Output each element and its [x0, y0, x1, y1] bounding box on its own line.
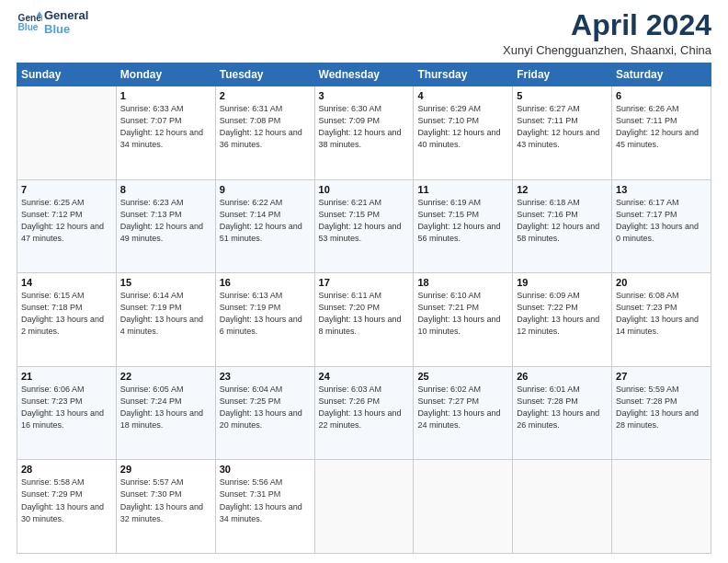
calendar-cell: 11Sunrise: 6:19 AMSunset: 7:15 PMDayligh…	[414, 179, 513, 273]
calendar-cell: 14Sunrise: 6:15 AMSunset: 7:18 PMDayligh…	[17, 273, 117, 367]
day-number: 19	[517, 277, 608, 288]
day-info: Sunrise: 6:21 AMSunset: 7:15 PMDaylight:…	[319, 197, 410, 245]
day-number: 7	[21, 184, 112, 195]
location: Xunyi Chengguanzhen, Shaanxi, China	[503, 43, 711, 57]
day-number: 29	[120, 464, 211, 475]
day-info: Sunrise: 6:04 AMSunset: 7:25 PMDaylight:…	[220, 384, 311, 431]
col-header-tuesday: Tuesday	[215, 63, 314, 86]
calendar-cell: 18Sunrise: 6:10 AMSunset: 7:21 PMDayligh…	[414, 273, 513, 367]
calendar-cell: 9Sunrise: 6:22 AMSunset: 7:14 PMDaylight…	[215, 179, 314, 273]
day-number: 14	[21, 277, 112, 288]
day-number: 2	[220, 90, 311, 101]
day-info: Sunrise: 6:17 AMSunset: 7:17 PMDaylight:…	[616, 197, 707, 245]
day-info: Sunrise: 6:10 AMSunset: 7:21 PMDaylight:…	[417, 290, 508, 338]
logo-icon: General Blue	[17, 10, 42, 36]
calendar-cell: 28Sunrise: 5:58 AMSunset: 7:29 PMDayligh…	[17, 460, 117, 554]
day-info: Sunrise: 6:06 AMSunset: 7:23 PMDaylight:…	[21, 384, 112, 431]
day-info: Sunrise: 6:29 AMSunset: 7:10 PMDaylight:…	[417, 103, 508, 151]
day-number: 1	[120, 90, 211, 101]
day-info: Sunrise: 6:25 AMSunset: 7:12 PMDaylight:…	[21, 197, 112, 245]
calendar-cell: 2Sunrise: 6:31 AMSunset: 7:08 PMDaylight…	[215, 86, 314, 180]
day-info: Sunrise: 6:09 AMSunset: 7:22 PMDaylight:…	[517, 290, 608, 338]
calendar-cell: 26Sunrise: 6:01 AMSunset: 7:28 PMDayligh…	[513, 366, 612, 460]
day-number: 30	[220, 464, 311, 475]
calendar-cell: 16Sunrise: 6:13 AMSunset: 7:19 PMDayligh…	[215, 273, 314, 367]
calendar-cell: 22Sunrise: 6:05 AMSunset: 7:24 PMDayligh…	[116, 366, 215, 460]
day-info: Sunrise: 6:13 AMSunset: 7:19 PMDaylight:…	[220, 290, 311, 338]
col-header-friday: Friday	[513, 63, 612, 86]
day-number: 9	[220, 184, 311, 195]
day-number: 24	[319, 371, 410, 382]
day-info: Sunrise: 6:33 AMSunset: 7:07 PMDaylight:…	[120, 103, 211, 151]
day-number: 10	[319, 184, 410, 195]
col-header-thursday: Thursday	[414, 63, 513, 86]
day-number: 17	[319, 277, 410, 288]
calendar-cell: 29Sunrise: 5:57 AMSunset: 7:30 PMDayligh…	[116, 460, 215, 554]
calendar-cell: 15Sunrise: 6:14 AMSunset: 7:19 PMDayligh…	[116, 273, 215, 367]
day-number: 21	[21, 371, 112, 382]
day-info: Sunrise: 6:18 AMSunset: 7:16 PMDaylight:…	[517, 197, 608, 245]
calendar-cell: 30Sunrise: 5:56 AMSunset: 7:31 PMDayligh…	[215, 460, 314, 554]
calendar-cell: 17Sunrise: 6:11 AMSunset: 7:20 PMDayligh…	[314, 273, 414, 367]
calendar-cell	[17, 86, 117, 180]
day-info: Sunrise: 5:59 AMSunset: 7:28 PMDaylight:…	[616, 384, 707, 431]
calendar-cell: 10Sunrise: 6:21 AMSunset: 7:15 PMDayligh…	[314, 179, 414, 273]
day-number: 12	[517, 184, 608, 195]
calendar-cell: 19Sunrise: 6:09 AMSunset: 7:22 PMDayligh…	[513, 273, 612, 367]
day-number: 27	[616, 371, 707, 382]
col-header-wednesday: Wednesday	[314, 63, 414, 86]
day-number: 20	[616, 277, 707, 288]
calendar-cell: 27Sunrise: 5:59 AMSunset: 7:28 PMDayligh…	[612, 366, 711, 460]
day-info: Sunrise: 6:08 AMSunset: 7:23 PMDaylight:…	[616, 290, 707, 338]
calendar-table: SundayMondayTuesdayWednesdayThursdayFrid…	[17, 63, 711, 554]
calendar-cell: 25Sunrise: 6:02 AMSunset: 7:27 PMDayligh…	[414, 366, 513, 460]
day-info: Sunrise: 6:01 AMSunset: 7:28 PMDaylight:…	[517, 384, 608, 431]
calendar-cell: 5Sunrise: 6:27 AMSunset: 7:11 PMDaylight…	[513, 86, 612, 180]
day-number: 3	[319, 90, 410, 101]
day-number: 13	[616, 184, 707, 195]
day-info: Sunrise: 6:11 AMSunset: 7:20 PMDaylight:…	[319, 290, 410, 338]
calendar-cell	[314, 460, 414, 554]
page: General Blue General Blue April 2024 Xun…	[0, 0, 728, 563]
calendar-cell: 21Sunrise: 6:06 AMSunset: 7:23 PMDayligh…	[17, 366, 117, 460]
month-title: April 2024	[503, 9, 711, 41]
day-info: Sunrise: 6:23 AMSunset: 7:13 PMDaylight:…	[120, 197, 211, 245]
day-number: 15	[120, 277, 211, 288]
logo-blue: Blue	[44, 23, 88, 37]
header: General Blue General Blue April 2024 Xun…	[17, 9, 711, 57]
day-info: Sunrise: 6:14 AMSunset: 7:19 PMDaylight:…	[120, 290, 211, 338]
calendar-cell	[513, 460, 612, 554]
calendar-cell	[612, 460, 711, 554]
calendar-cell: 7Sunrise: 6:25 AMSunset: 7:12 PMDaylight…	[17, 179, 117, 273]
day-info: Sunrise: 6:03 AMSunset: 7:26 PMDaylight:…	[319, 384, 410, 431]
svg-text:Blue: Blue	[18, 22, 39, 32]
day-info: Sunrise: 5:56 AMSunset: 7:31 PMDaylight:…	[220, 477, 311, 524]
day-number: 18	[417, 277, 508, 288]
day-info: Sunrise: 6:05 AMSunset: 7:24 PMDaylight:…	[120, 384, 211, 431]
logo-general: General	[44, 9, 88, 23]
calendar-cell: 8Sunrise: 6:23 AMSunset: 7:13 PMDaylight…	[116, 179, 215, 273]
day-number: 25	[417, 371, 508, 382]
day-number: 23	[220, 371, 311, 382]
day-number: 6	[616, 90, 707, 101]
logo: General Blue General Blue	[17, 9, 88, 37]
day-info: Sunrise: 6:27 AMSunset: 7:11 PMDaylight:…	[517, 103, 608, 151]
day-number: 22	[120, 371, 211, 382]
day-info: Sunrise: 5:58 AMSunset: 7:29 PMDaylight:…	[21, 477, 112, 524]
day-number: 28	[21, 464, 112, 475]
calendar-cell: 23Sunrise: 6:04 AMSunset: 7:25 PMDayligh…	[215, 366, 314, 460]
day-number: 4	[417, 90, 508, 101]
day-info: Sunrise: 6:02 AMSunset: 7:27 PMDaylight:…	[417, 384, 508, 431]
day-number: 16	[220, 277, 311, 288]
day-info: Sunrise: 6:30 AMSunset: 7:09 PMDaylight:…	[319, 103, 410, 151]
calendar-cell: 20Sunrise: 6:08 AMSunset: 7:23 PMDayligh…	[612, 273, 711, 367]
day-info: Sunrise: 5:57 AMSunset: 7:30 PMDaylight:…	[120, 477, 211, 524]
col-header-sunday: Sunday	[17, 63, 117, 86]
col-header-saturday: Saturday	[612, 63, 711, 86]
day-number: 26	[517, 371, 608, 382]
calendar-cell: 12Sunrise: 6:18 AMSunset: 7:16 PMDayligh…	[513, 179, 612, 273]
calendar-cell: 4Sunrise: 6:29 AMSunset: 7:10 PMDaylight…	[414, 86, 513, 180]
title-block: April 2024 Xunyi Chengguanzhen, Shaanxi,…	[503, 9, 711, 57]
calendar-cell	[414, 460, 513, 554]
calendar-cell: 1Sunrise: 6:33 AMSunset: 7:07 PMDaylight…	[116, 86, 215, 180]
